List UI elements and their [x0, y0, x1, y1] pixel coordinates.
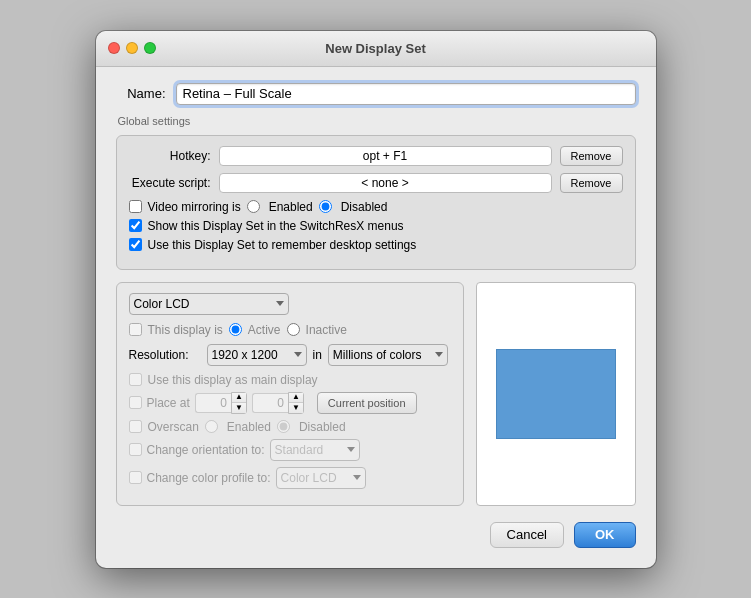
- place-x-up-btn[interactable]: ▲: [232, 393, 246, 403]
- config-box: Color LCD This display is Active Inactiv…: [116, 282, 464, 506]
- name-label: Name:: [116, 86, 176, 101]
- video-mirroring-enabled-label: Enabled: [269, 200, 313, 214]
- global-settings-box: Hotkey: Remove Execute script: Remove Vi…: [116, 135, 636, 270]
- hotkey-remove-button[interactable]: Remove: [560, 146, 623, 166]
- place-at-label: Place at: [147, 396, 190, 410]
- footer-row: Cancel OK: [116, 522, 636, 548]
- minimize-button[interactable]: [126, 42, 138, 54]
- video-mirroring-disabled-radio[interactable]: [319, 200, 332, 213]
- place-at-checkbox[interactable]: [129, 396, 142, 409]
- display-select[interactable]: Color LCD: [129, 293, 289, 315]
- resolution-label: Resolution:: [129, 348, 201, 362]
- inactive-label: Inactive: [306, 323, 347, 337]
- orientation-row: Change orientation to: Standard: [129, 439, 451, 461]
- titlebar: New Display Set: [96, 31, 656, 67]
- traffic-lights: [108, 42, 156, 54]
- hotkey-label: Hotkey:: [129, 149, 219, 163]
- color-profile-checkbox[interactable]: [129, 471, 142, 484]
- orientation-label: Change orientation to:: [147, 443, 265, 457]
- video-mirroring-text: Video mirroring is: [148, 200, 241, 214]
- use-display-set-checkbox[interactable]: [129, 238, 142, 251]
- this-display-label: This display is: [148, 323, 223, 337]
- place-x-stepper: ▲ ▼: [231, 392, 247, 414]
- video-mirroring-enabled-radio[interactable]: [247, 200, 260, 213]
- ok-button[interactable]: OK: [574, 522, 636, 548]
- place-at-row: Place at ▲ ▼ ▲ ▼: [129, 392, 451, 414]
- close-button[interactable]: [108, 42, 120, 54]
- content-area: Name: Global settings Hotkey: Remove Exe…: [96, 67, 656, 568]
- color-profile-label: Change color profile to:: [147, 471, 271, 485]
- overscan-row: Overscan Enabled Disabled: [129, 420, 451, 434]
- orientation-select[interactable]: Standard: [270, 439, 360, 461]
- execute-script-remove-button[interactable]: Remove: [560, 173, 623, 193]
- active-label: Active: [248, 323, 281, 337]
- show-display-set-label: Show this Display Set in the SwitchResX …: [148, 219, 404, 233]
- video-mirroring-checkbox[interactable]: [129, 200, 142, 213]
- overscan-disabled-label: Disabled: [299, 420, 346, 434]
- show-display-set-checkbox[interactable]: [129, 219, 142, 232]
- resolution-row: Resolution: 1920 x 1200 in Millions of c…: [129, 344, 451, 366]
- place-x-spinbox: ▲ ▼: [195, 392, 247, 414]
- active-radio[interactable]: [229, 323, 242, 336]
- use-display-set-label: Use this Display Set to remember desktop…: [148, 238, 417, 252]
- current-position-button[interactable]: Current position: [317, 392, 417, 414]
- place-y-up-btn[interactable]: ▲: [289, 393, 303, 403]
- lower-section: Color LCD This display is Active Inactiv…: [116, 282, 636, 506]
- name-row: Name:: [116, 83, 636, 105]
- execute-script-row: Execute script: Remove: [129, 173, 623, 193]
- main-display-label: Use this display as main display: [148, 373, 318, 387]
- place-x-input[interactable]: [195, 393, 231, 413]
- overscan-enabled-label: Enabled: [227, 420, 271, 434]
- maximize-button[interactable]: [144, 42, 156, 54]
- overscan-label: Overscan: [148, 420, 199, 434]
- color-profile-select[interactable]: Color LCD: [276, 467, 366, 489]
- execute-script-label: Execute script:: [129, 176, 219, 190]
- this-display-row: This display is Active Inactive: [129, 323, 451, 337]
- place-x-down-btn[interactable]: ▼: [232, 403, 246, 413]
- window-title: New Display Set: [325, 41, 425, 56]
- overscan-disabled-radio[interactable]: [277, 420, 290, 433]
- video-mirroring-row: Video mirroring is Enabled Disabled: [129, 200, 623, 214]
- use-display-set-row: Use this Display Set to remember desktop…: [129, 238, 623, 252]
- display-select-row: Color LCD: [129, 293, 451, 315]
- place-y-stepper: ▲ ▼: [288, 392, 304, 414]
- video-mirroring-disabled-label: Disabled: [341, 200, 388, 214]
- place-y-down-btn[interactable]: ▼: [289, 403, 303, 413]
- inactive-radio[interactable]: [287, 323, 300, 336]
- hotkey-row: Hotkey: Remove: [129, 146, 623, 166]
- place-y-spinbox: ▲ ▼: [252, 392, 304, 414]
- show-display-set-row: Show this Display Set in the SwitchResX …: [129, 219, 623, 233]
- overscan-checkbox[interactable]: [129, 420, 142, 433]
- display-preview: [476, 282, 636, 506]
- cancel-button[interactable]: Cancel: [490, 522, 564, 548]
- execute-script-input[interactable]: [219, 173, 552, 193]
- place-y-input[interactable]: [252, 393, 288, 413]
- name-input[interactable]: [176, 83, 636, 105]
- global-settings-label: Global settings: [116, 115, 636, 127]
- colors-select[interactable]: Millions of colors: [328, 344, 448, 366]
- display-preview-inner: [496, 349, 616, 439]
- main-display-checkbox[interactable]: [129, 373, 142, 386]
- main-display-row: Use this display as main display: [129, 373, 451, 387]
- overscan-enabled-radio[interactable]: [205, 420, 218, 433]
- hotkey-input[interactable]: [219, 146, 552, 166]
- this-display-checkbox[interactable]: [129, 323, 142, 336]
- resolution-select[interactable]: 1920 x 1200: [207, 344, 307, 366]
- color-profile-row: Change color profile to: Color LCD: [129, 467, 451, 489]
- orientation-checkbox[interactable]: [129, 443, 142, 456]
- main-window: New Display Set Name: Global settings Ho…: [96, 31, 656, 568]
- display-config: Color LCD This display is Active Inactiv…: [116, 282, 464, 506]
- in-label: in: [313, 348, 322, 362]
